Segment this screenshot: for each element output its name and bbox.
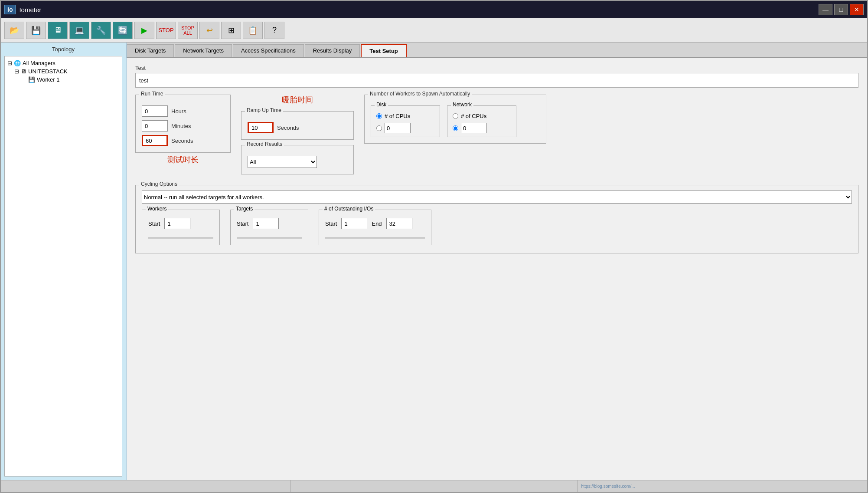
outstanding-start-label: Start — [325, 220, 337, 227]
tree-item-unitedstack-wrapper: ⊟ 🖥 UNITEDSTACK 💾 Worker 1 — [14, 67, 119, 84]
content-area: Disk Targets Network Targets Access Spec… — [127, 43, 867, 480]
cycling-outstanding-title: # of Outstanding I/Os — [323, 206, 375, 212]
cycling-targets-title: Targets — [234, 206, 255, 212]
ramp-up-group: Ramp Up Time Seconds — [241, 111, 354, 140]
run-time-group: Run Time Hours Minutes Sec — [135, 95, 231, 153]
tree-item-worker1[interactable]: 💾 Worker 1 — [28, 76, 119, 84]
run-time-title: Run Time — [139, 91, 165, 97]
tree-item-all-managers[interactable]: ⊟ 🌐 All Managers — [7, 59, 119, 67]
start-button[interactable]: ▶ — [134, 22, 154, 39]
title-bar: Io Iometer — □ ✕ — [1, 1, 867, 18]
minimize-button[interactable]: — — [819, 4, 832, 15]
cycling-workers-group: Workers Start — [142, 210, 220, 245]
stop-button[interactable]: STOP — [156, 22, 176, 39]
outstanding-end-input[interactable] — [386, 218, 412, 229]
status-segment-1 — [4, 480, 291, 492]
save-button[interactable]: 💾 — [26, 22, 46, 39]
ramp-up-title: Ramp Up Time — [245, 107, 283, 113]
disk-cpu-radio[interactable] — [376, 113, 382, 119]
test-label: Test — [135, 65, 858, 71]
tree-label-worker1: Worker 1 — [37, 76, 60, 83]
disk-custom-input[interactable] — [385, 123, 411, 133]
close-button[interactable]: ✕ — [850, 4, 864, 15]
config2-button[interactable]: 💻 — [69, 22, 89, 39]
cycling-cols: Workers Start Targets S — [142, 210, 852, 245]
spawn-network-group: Network # of CPUs — [447, 105, 516, 137]
status-bar: https://blog.somesite.com/... — [1, 480, 867, 492]
record-results-title: Record Results — [245, 141, 284, 147]
minutes-input[interactable] — [142, 120, 168, 131]
cycling-targets-group: Targets Start — [230, 210, 308, 245]
sidebar-title: Topology — [4, 46, 122, 53]
spawn-group: Number of Workers to Spawn Automatically… — [364, 95, 546, 144]
folder-icon: 🌐 — [14, 60, 21, 66]
toolbar: 📂 💾 🖥 💻 🔧 🔄 ▶ STOP STOP ALL ↩ ⊞ 📋 ? — [1, 18, 867, 43]
tab-network-targets[interactable]: Network Targets — [175, 44, 232, 57]
config3-button[interactable]: 🔧 — [91, 22, 111, 39]
config4-button[interactable]: 🔄 — [113, 22, 133, 39]
stop-all-button[interactable]: STOP ALL — [178, 22, 198, 39]
tab-results-display[interactable]: Results Display — [305, 44, 360, 57]
network-button[interactable]: ⊞ — [221, 22, 241, 39]
disk-custom-radio[interactable] — [376, 125, 382, 131]
hours-row: Hours — [142, 105, 224, 117]
cycling-section: Cycling Options Normal -- run all select… — [135, 185, 858, 253]
ramp-label: Seconds — [277, 125, 299, 131]
seconds-label: Seconds — [171, 138, 193, 144]
title-bar-left: Io Iometer — [4, 5, 41, 14]
targets-slider[interactable] — [237, 237, 302, 239]
spawn-network-title: Network — [451, 102, 473, 108]
tab-test-setup[interactable]: Test Setup — [361, 44, 407, 57]
spawn-inner: Disk # of CPUs — [371, 105, 540, 137]
cycling-workers-title: Workers — [146, 206, 168, 212]
app-logo: Io — [4, 5, 16, 14]
workers-start-row: Start — [148, 218, 213, 229]
workers-slider[interactable] — [148, 237, 213, 239]
targets-start-input[interactable] — [253, 218, 279, 229]
window-controls: — □ ✕ — [819, 4, 864, 15]
tab-bar: Disk Targets Network Targets Access Spec… — [127, 43, 867, 58]
ramp-annotation: 暖胎时间 — [241, 95, 354, 105]
disk-icon: 💾 — [28, 76, 35, 83]
back-button[interactable]: ↩ — [199, 22, 219, 39]
maximize-button[interactable]: □ — [834, 4, 848, 15]
outstanding-start-input[interactable] — [341, 218, 367, 229]
ramp-input[interactable] — [248, 122, 274, 133]
disk-cpu-label: # of CPUs — [385, 113, 410, 119]
cycling-title: Cycling Options — [139, 181, 179, 187]
outstanding-slider[interactable] — [325, 237, 425, 239]
main-window: Io Iometer — □ ✕ 📂 💾 🖥 💻 🔧 🔄 ▶ STOP STOP… — [0, 0, 868, 493]
content-panel: Test Run Time Hours — [127, 58, 867, 480]
tree-item-unitedstack[interactable]: ⊟ 🖥 UNITEDSTACK — [14, 67, 119, 76]
cycling-outstanding-group: # of Outstanding I/Os Start End — [319, 210, 431, 245]
cycling-dropdown[interactable]: Normal -- run all selected targets for a… — [142, 191, 852, 204]
ramp-row: Seconds — [248, 122, 347, 133]
test-input[interactable] — [135, 73, 858, 88]
minutes-row: Minutes — [142, 120, 224, 131]
network-custom-input[interactable] — [461, 123, 487, 133]
seconds-row: Seconds — [142, 135, 224, 146]
network-custom-radio[interactable] — [453, 125, 458, 131]
help-button[interactable]: ? — [264, 22, 284, 39]
open-button[interactable]: 📂 — [4, 22, 24, 39]
network-cpu-radio[interactable] — [453, 113, 458, 119]
targets-start-label: Start — [237, 220, 248, 227]
tab-access-specifications[interactable]: Access Specifications — [233, 44, 304, 57]
seconds-input[interactable] — [142, 135, 168, 146]
tab-disk-targets[interactable]: Disk Targets — [127, 44, 174, 57]
targets-button[interactable]: 📋 — [243, 22, 263, 39]
sidebar-tree: ⊟ 🌐 All Managers ⊟ 🖥 UNITEDSTACK 💾 Worke… — [4, 56, 122, 477]
hours-input[interactable] — [142, 105, 168, 117]
spawn-disk-title: Disk — [375, 102, 388, 108]
main-area: Topology ⊟ 🌐 All Managers ⊟ 🖥 UNITEDSTAC… — [1, 43, 867, 480]
tree-item-worker-wrapper: 💾 Worker 1 — [28, 76, 119, 84]
config1-button[interactable]: 🖥 — [48, 22, 68, 39]
outstanding-row: Start End — [325, 218, 425, 229]
test-annotation: 测试时长 — [135, 154, 231, 165]
network-custom-radio-row — [453, 123, 511, 133]
workers-start-input[interactable] — [164, 218, 190, 229]
spawn-title: Number of Workers to Spawn Automatically — [368, 91, 472, 97]
sidebar: Topology ⊟ 🌐 All Managers ⊟ 🖥 UNITEDSTAC… — [1, 43, 127, 480]
status-segment-2 — [291, 480, 578, 492]
record-results-select[interactable]: All None Workers — [248, 156, 317, 168]
